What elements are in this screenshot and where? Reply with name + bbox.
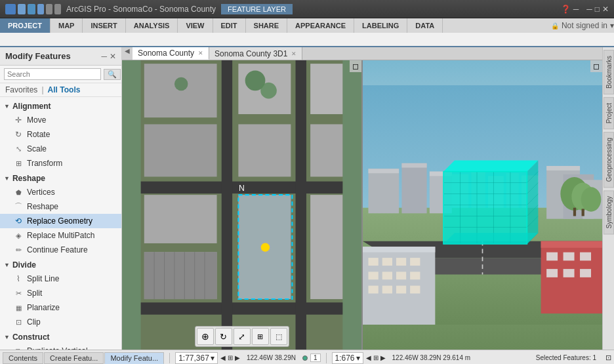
section-construct[interactable]: ▼ Construct bbox=[0, 331, 121, 344]
split-icon bbox=[13, 288, 24, 298]
tool-vertices[interactable]: Vertices bbox=[0, 185, 121, 199]
tool-move[interactable]: Move bbox=[0, 113, 121, 127]
svg-marker-62 bbox=[443, 161, 538, 172]
svg-point-26 bbox=[260, 243, 270, 252]
all-tools-filter[interactable]: All Tools bbox=[48, 85, 81, 94]
status-nav-next[interactable]: ▶ bbox=[235, 354, 240, 361]
map-rotate-btn[interactable]: ↻ bbox=[215, 328, 232, 345]
divide-arrow: ▼ bbox=[4, 262, 10, 268]
map-tab-3d[interactable]: Sonoma County 3D1 ✕ bbox=[209, 47, 302, 60]
tool-reshape[interactable]: Reshape bbox=[0, 199, 121, 214]
not-signed-in: 🔒 Not signed in ▾ bbox=[551, 18, 614, 33]
map-2d-expand-icon[interactable]: ◻ bbox=[352, 62, 359, 71]
main-layout: Modify Features ─ ✕ 🔍 ≡ Favorites | All … bbox=[0, 47, 614, 350]
tool-replace-geometry-label: Replace Geometry bbox=[27, 216, 92, 226]
move-icon bbox=[13, 115, 24, 125]
tool-replace-geometry[interactable]: Replace Geometry bbox=[0, 214, 121, 228]
tab-appearance[interactable]: APPEARANCE bbox=[287, 18, 354, 33]
svg-rect-57 bbox=[580, 253, 591, 261]
status-tab-contents[interactable]: Contents bbox=[3, 352, 43, 364]
tool-replace-multipatch[interactable]: Replace MultiPatch bbox=[0, 228, 121, 243]
sidebar-tab-bookmarks[interactable]: Bookmarks bbox=[604, 50, 614, 94]
status-tab-create-features[interactable]: Create Featu... bbox=[44, 352, 104, 364]
maps-container: N ◻ ⊕ ↻ ⤢ ⊞ ⬚ bbox=[122, 60, 602, 350]
status-indicator-2d bbox=[302, 355, 308, 361]
svg-rect-85 bbox=[396, 258, 406, 266]
map-tab-2d-close[interactable]: ✕ bbox=[198, 50, 203, 56]
tool-scale[interactable]: Scale bbox=[0, 142, 121, 156]
sidebar-tab-project[interactable]: Project bbox=[604, 97, 614, 129]
status-nav-3d-next[interactable]: ▶ bbox=[380, 354, 386, 361]
minimize-btn[interactable]: ─ bbox=[586, 5, 592, 14]
tool-split-line[interactable]: Split Line bbox=[0, 272, 121, 286]
map-zoom-in-btn[interactable]: ⊕ bbox=[197, 328, 214, 345]
tab-view[interactable]: VIEW bbox=[178, 18, 213, 33]
status-nav-prev[interactable]: ◀ bbox=[220, 354, 226, 361]
tab-share[interactable]: SHARE bbox=[246, 18, 288, 33]
tab-insert[interactable]: INSERT bbox=[83, 18, 125, 33]
close-btn[interactable]: ✕ bbox=[602, 5, 609, 14]
map-tab-3d-close[interactable]: ✕ bbox=[291, 51, 297, 57]
tool-planarize[interactable]: Planarize bbox=[0, 300, 121, 315]
status-divider-2 bbox=[326, 353, 327, 363]
help-icon[interactable]: ─ bbox=[573, 5, 579, 14]
svg-rect-30 bbox=[368, 169, 399, 213]
svg-point-47 bbox=[581, 187, 602, 211]
tab-map[interactable]: MAP bbox=[51, 18, 83, 33]
tab-analysis[interactable]: ANALYSIS bbox=[126, 18, 178, 33]
map-view-3d[interactable]: ◻ bbox=[363, 60, 602, 350]
tab-edit[interactable]: EDIT bbox=[213, 18, 246, 33]
search-input[interactable] bbox=[4, 68, 101, 80]
tab-labeling[interactable]: LABELING bbox=[354, 18, 407, 33]
favorites-filter[interactable]: Favorites bbox=[5, 85, 37, 94]
status-expand-icon[interactable]: ⊡ bbox=[605, 354, 611, 362]
section-reshape[interactable]: ▼ Reshape bbox=[0, 172, 121, 185]
right-sidebar: Bookmarks Project Geoprocessing Symbolog… bbox=[602, 47, 614, 350]
status-nav-3d-icon: ⊞ bbox=[373, 354, 379, 361]
sidebar-tab-symbology[interactable]: Symbology bbox=[604, 190, 614, 234]
status-nav-3d-prev[interactable]: ◀ bbox=[366, 354, 371, 361]
tool-split[interactable]: Split bbox=[0, 286, 121, 300]
status-tab-modify-features[interactable]: Modify Featu... bbox=[104, 352, 164, 364]
svg-rect-88 bbox=[382, 272, 392, 279]
transform-icon bbox=[13, 158, 24, 169]
tool-split-label: Split bbox=[27, 289, 42, 298]
section-alignment[interactable]: ▼ Alignment bbox=[0, 100, 121, 113]
scale-3d-dropdown-icon[interactable]: ▾ bbox=[356, 354, 360, 363]
panel-controls: ─ ✕ bbox=[101, 52, 116, 61]
map-2d-header: ◻ bbox=[350, 60, 361, 72]
rotate-icon bbox=[13, 129, 24, 140]
tool-reshape-label: Reshape bbox=[27, 202, 58, 211]
tool-continue-feature[interactable]: Continue Feature bbox=[0, 243, 121, 257]
panel-title: Modify Features bbox=[5, 51, 101, 61]
redo-icon[interactable] bbox=[54, 4, 61, 14]
tool-transform[interactable]: Transform bbox=[0, 156, 121, 171]
tab-prev-arrow[interactable]: ◀ bbox=[122, 47, 133, 60]
tool-rotate[interactable]: Rotate bbox=[0, 127, 121, 142]
section-divide[interactable]: ▼ Divide bbox=[0, 258, 121, 272]
undo-icon[interactable] bbox=[46, 4, 52, 14]
panel-close-btn[interactable]: ✕ bbox=[110, 52, 116, 61]
scale-2d-dropdown-icon[interactable]: ▾ bbox=[211, 354, 215, 363]
map-view-2d[interactable]: N ◻ ⊕ ↻ ⤢ ⊞ ⬚ bbox=[122, 60, 363, 350]
svg-rect-87 bbox=[368, 272, 378, 279]
ribbon-tabs: PROJECT MAP INSERT ANALYSIS VIEW EDIT SH… bbox=[0, 18, 614, 33]
map-explore-btn[interactable]: ⊞ bbox=[252, 328, 269, 345]
tool-duplicate-vertical[interactable]: Duplicate Vertical bbox=[0, 344, 121, 350]
search-button[interactable]: 🔍 bbox=[104, 69, 121, 80]
tab-data[interactable]: DATA bbox=[407, 18, 443, 33]
tab-project[interactable]: PROJECT bbox=[0, 18, 51, 33]
map-3d-expand-icon[interactable]: ◻ bbox=[593, 62, 600, 71]
svg-rect-89 bbox=[396, 272, 406, 279]
map-select-btn[interactable]: ⬚ bbox=[270, 328, 287, 345]
svg-rect-32 bbox=[401, 163, 426, 213]
map-fullscreen-btn[interactable]: ⤢ bbox=[234, 328, 251, 345]
maximize-btn[interactable]: □ bbox=[595, 5, 600, 14]
panel-pin-btn[interactable]: ─ bbox=[101, 52, 107, 61]
svg-rect-48 bbox=[573, 208, 576, 216]
sidebar-tab-geoprocessing[interactable]: Geoprocessing bbox=[604, 132, 614, 188]
status-nav-2d: ◀ ⊞ ▶ bbox=[220, 354, 240, 361]
app-icon-2 bbox=[18, 4, 26, 14]
tool-clip[interactable]: Clip bbox=[0, 315, 121, 329]
map-tab-2d[interactable]: Sonoma County ✕ bbox=[133, 47, 209, 60]
